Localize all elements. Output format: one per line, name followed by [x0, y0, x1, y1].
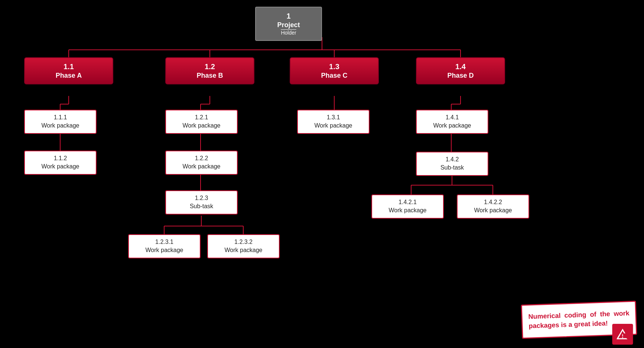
- wp-1-2-1-number: 1.2.1: [168, 113, 235, 122]
- wp-1-3-1: 1.3.1 Work package: [297, 110, 370, 134]
- wp-1-2-3-2-number: 1.2.3.2: [210, 238, 277, 246]
- wp-1-4-2-1-label: Work package: [374, 206, 441, 215]
- wp-1-4-2-2-number: 1.4.2.2: [460, 198, 526, 206]
- wp-1-1-1-label: Work package: [27, 122, 94, 130]
- phase-d-number: 1.4: [420, 62, 501, 71]
- root-node: 1 Project Holder: [255, 7, 322, 41]
- wp-1-1-1: 1.1.1 Work package: [24, 110, 97, 134]
- wp-1-4-2-number: 1.4.2: [419, 155, 485, 164]
- wp-1-2-1: 1.2.1 Work package: [165, 110, 238, 134]
- wp-1-2-2-label: Work package: [168, 162, 235, 171]
- phase-b-number: 1.2: [169, 62, 251, 71]
- note-box: Numerical coding of the work packages is…: [521, 300, 637, 339]
- svg-text:!: !: [622, 333, 624, 339]
- wp-1-1-2-label: Work package: [27, 162, 94, 171]
- phase-d-box: 1.4 Phase D: [416, 57, 505, 84]
- alert-icon: !: [612, 324, 633, 345]
- wp-1-1-2-number: 1.1.2: [27, 154, 94, 162]
- wp-1-4-1-label: Work package: [419, 122, 485, 130]
- wp-1-2-3-2-label: Work package: [210, 246, 277, 254]
- wp-1-3-1-number: 1.3.1: [300, 113, 367, 122]
- wp-1-2-3-1-number: 1.2.3.1: [131, 238, 198, 246]
- phase-a-number: 1.1: [28, 62, 110, 71]
- wp-1-2-2: 1.2.2 Work package: [165, 151, 238, 175]
- phase-c-box: 1.3 Phase C: [290, 57, 379, 84]
- wp-1-4-2-1: 1.4.2.1 Work package: [371, 194, 444, 219]
- wp-1-3-1-label: Work package: [300, 122, 367, 130]
- wp-1-4-2-2-label: Work package: [460, 206, 526, 215]
- wp-1-1-2: 1.1.2 Work package: [24, 151, 97, 175]
- wp-1-2-3-number: 1.2.3: [168, 194, 235, 202]
- wp-1-4-2-label: Sub-task: [419, 164, 485, 172]
- wp-1-4-2: 1.4.2 Sub-task: [416, 152, 488, 176]
- wp-1-2-2-number: 1.2.2: [168, 154, 235, 162]
- wp-1-4-2-2: 1.4.2.2 Work package: [457, 194, 529, 219]
- wp-1-2-3: 1.2.3 Sub-task: [165, 190, 238, 215]
- wp-1-4-2-1-number: 1.4.2.1: [374, 198, 441, 206]
- connectors-svg: [0, 0, 644, 348]
- root-sublabel: Holder: [259, 29, 318, 36]
- svg-marker-31: [617, 330, 628, 339]
- wp-1-2-3-1-label: Work package: [131, 246, 198, 254]
- wp-1-2-3-1: 1.2.3.1 Work package: [128, 234, 201, 258]
- phase-a-label: Phase A: [28, 71, 110, 80]
- wp-1-2-1-label: Work package: [168, 122, 235, 130]
- phase-a-box: 1.1 Phase A: [24, 57, 113, 84]
- phase-b-label: Phase B: [169, 71, 251, 80]
- wp-1-4-1: 1.4.1 Work package: [416, 110, 488, 134]
- wp-1-1-1-number: 1.1.1: [27, 113, 94, 122]
- wp-1-2-3-2: 1.2.3.2 Work package: [207, 234, 280, 258]
- phase-d-label: Phase D: [420, 71, 501, 80]
- root-label: Project: [259, 21, 318, 29]
- diagram-container: 1 Project Holder 1.1 Phase A 1.2 Phase B…: [0, 0, 644, 348]
- phase-c-number: 1.3: [293, 62, 375, 71]
- phase-c-label: Phase C: [293, 71, 375, 80]
- wp-1-2-3-label: Sub-task: [168, 202, 235, 210]
- root-number: 1: [259, 11, 318, 21]
- phase-b-box: 1.2 Phase B: [165, 57, 254, 84]
- wp-1-4-1-number: 1.4.1: [419, 113, 485, 122]
